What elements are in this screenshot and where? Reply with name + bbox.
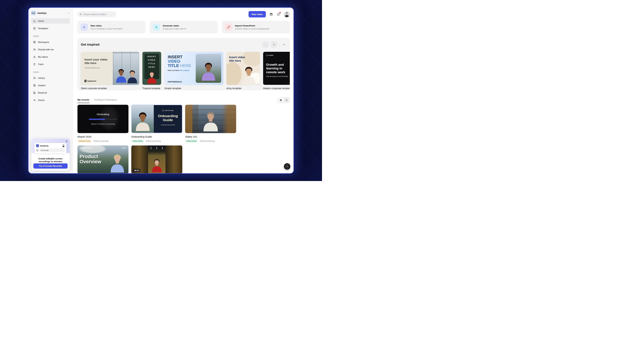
main-content: New video — [73, 8, 294, 173]
gift-icon[interactable] — [269, 12, 273, 16]
workspace-icon — [33, 41, 36, 43]
topbar: New video — [78, 8, 290, 21]
user-avatar[interactable] — [284, 11, 290, 17]
app-window: InnoSys InnoSys Home Templates Videos Wo… — [28, 7, 294, 174]
divider — [279, 42, 280, 47]
workspace-name: InnoSys — [38, 12, 66, 14]
promo-heading: Create editable screen recordings in min… — [33, 157, 68, 163]
sidebar-section-videos: Videos — [33, 35, 70, 37]
template-card-sleek[interactable]: Insert your video title here Add sub-hea… — [81, 52, 139, 90]
template-card-modern[interactable]: LOGO Growth and learning in remote work … — [263, 52, 290, 90]
status-badge: GENERATING — [78, 139, 92, 143]
notifications-bell-icon[interactable] — [276, 12, 280, 16]
sidebar-item-my-videos[interactable]: My videos — [31, 54, 70, 59]
promo-mini-browser: Synthesia Current tab — [34, 143, 66, 153]
sidebar-item-voices[interactable]: Voices — [31, 97, 70, 103]
video-card-report-2024[interactable]: Generating About 3 minutes remaining Rep… — [78, 105, 128, 143]
sidebar-item-templates[interactable]: Templates — [31, 26, 70, 31]
metacom-logo: METACOM — [162, 109, 174, 112]
status-badge: PUBLISHED — [131, 139, 144, 143]
template-card-simple[interactable]: INSERT VIDEO TITLE HERE Name Last Name T… — [164, 52, 223, 90]
people-icon — [33, 48, 36, 51]
close-icon[interactable] — [65, 140, 68, 143]
template-label: Tropical template — [142, 87, 161, 90]
template-label: Simple template — [164, 87, 223, 90]
progress-fill — [89, 119, 105, 120]
workspace-logo: InnoSys — [31, 11, 36, 15]
list-view-button[interactable] — [284, 97, 289, 103]
sidebar-section-assets: Assets — [33, 71, 70, 73]
new-video-button[interactable]: New video — [248, 11, 266, 17]
notification-dot — [280, 12, 281, 13]
video-card-onboarding-guide[interactable]: METACOM Onboarding Guide A step by step … — [131, 105, 182, 143]
sidebar-item-brand-kit[interactable]: Brand kit — [31, 90, 70, 95]
video-thumbnail[interactable] — [185, 105, 236, 133]
duration-badge: 06:23 — [133, 169, 140, 172]
capture-source-select[interactable]: Current tab — [40, 148, 65, 152]
video-card-product-overview[interactable]: PARTNERS&CO JUN 30 Product Overview Prod… — [78, 145, 128, 173]
carousel-prev-button[interactable] — [262, 41, 269, 48]
sidebar-item-library[interactable]: Library — [31, 75, 70, 81]
question-mark-icon: ? — [285, 165, 289, 168]
sidebar-item-home[interactable]: Home — [31, 18, 70, 24]
search-icon — [80, 13, 82, 15]
synthesia-logo-icon — [36, 144, 39, 147]
logo-mark: LOGO — [266, 54, 290, 56]
video-thumbnail[interactable]: Generating About 3 minutes remaining — [78, 105, 128, 133]
get-inspired-title: Get inspired — [81, 43, 100, 46]
quick-new-video[interactable]: New video Pick a template or start from … — [78, 21, 146, 33]
video-card-safety-101[interactable]: Safety 101 PUBLISHED Edited yesterday — [185, 105, 236, 143]
collapse-section-button[interactable] — [282, 42, 286, 47]
quick-actions: New video Pick a template or start from … — [78, 21, 290, 33]
tab-my-recents[interactable]: My recents — [78, 98, 90, 103]
chevron-left-icon — [264, 43, 267, 46]
sidebar: InnoSys InnoSys Home Templates Videos Wo… — [28, 8, 73, 173]
promo-avatar — [62, 144, 65, 147]
video-thumbnail[interactable]: METACOM Onboarding Guide A step by step … — [131, 105, 182, 133]
edited-label: Edited yesterday — [146, 140, 161, 142]
plus-icon — [80, 23, 88, 31]
quick-generate-video[interactable]: Generate video Create your video with AI — [150, 21, 218, 33]
help-button[interactable]: ? — [284, 163, 290, 170]
screen-recorder-promo: Synthesia Current tab Create editable sc… — [31, 138, 70, 171]
video-thumbnail[interactable]: PARTNERS&CO JUN 30 Product Overview — [78, 145, 128, 173]
sparkle-icon — [152, 23, 160, 31]
logoipsum-logo: logoipsum — [84, 80, 96, 82]
template-card-artsy[interactable]: Insert video title here Artsy template — [226, 52, 260, 90]
recents-header: My recents Trending in Workspace — [78, 97, 290, 103]
promo-app-name: Synthesia — [40, 145, 61, 147]
template-label: Sleek corporate template — [81, 87, 139, 90]
get-inspired-panel: Get inspired — [78, 38, 290, 90]
templates-icon — [33, 27, 36, 30]
chevron-down-icon — [68, 12, 70, 14]
workspace-switcher[interactable]: InnoSys InnoSys — [31, 11, 70, 15]
lock-icon — [33, 55, 36, 58]
book-icon — [33, 77, 36, 79]
edited-label: Edited yesterday — [200, 140, 215, 142]
template-card-tropical[interactable]: INSERT VIDEO TITLE HERE Tropical templat… — [142, 52, 161, 90]
recents-grid: Generating About 3 minutes remaining Rep… — [78, 105, 290, 173]
video-title: Onboarding Guide — [131, 135, 182, 138]
list-icon — [285, 99, 288, 101]
video-title: Report 2024 — [78, 135, 128, 138]
desktop-background: InnoSys InnoSys Home Templates Videos Wo… — [0, 0, 322, 181]
grid-view-button[interactable] — [278, 97, 284, 103]
chevron-up-icon — [283, 43, 285, 46]
search-box[interactable] — [78, 11, 116, 17]
search-input[interactable] — [83, 13, 114, 15]
try-screen-recorder-button[interactable]: Try AI Screen Recorder — [33, 163, 68, 169]
tab-trending-in-workspace[interactable]: Trending in Workspace — [94, 98, 117, 103]
video-card-grocery[interactable]: 06:23 — [131, 145, 182, 173]
status-badge: PUBLISHED — [185, 139, 198, 143]
carousel-next-button[interactable] — [271, 41, 277, 48]
video-title: Safety 101 — [185, 135, 236, 138]
sidebar-item-trash[interactable]: Trash — [31, 61, 70, 67]
sidebar-item-workspace[interactable]: Workspace — [31, 39, 70, 45]
sidebar-item-avatars[interactable]: Avatars — [31, 83, 70, 88]
template-label: Artsy template — [226, 87, 260, 90]
quick-import-powerpoint[interactable]: Import PowerPoint Convert slides to scen… — [222, 21, 290, 33]
brand-kit-icon — [33, 91, 36, 94]
video-thumbnail[interactable]: 06:23 — [131, 145, 182, 173]
grid-icon — [280, 99, 282, 101]
sidebar-item-shared-with-me[interactable]: Shared with me — [31, 47, 70, 52]
